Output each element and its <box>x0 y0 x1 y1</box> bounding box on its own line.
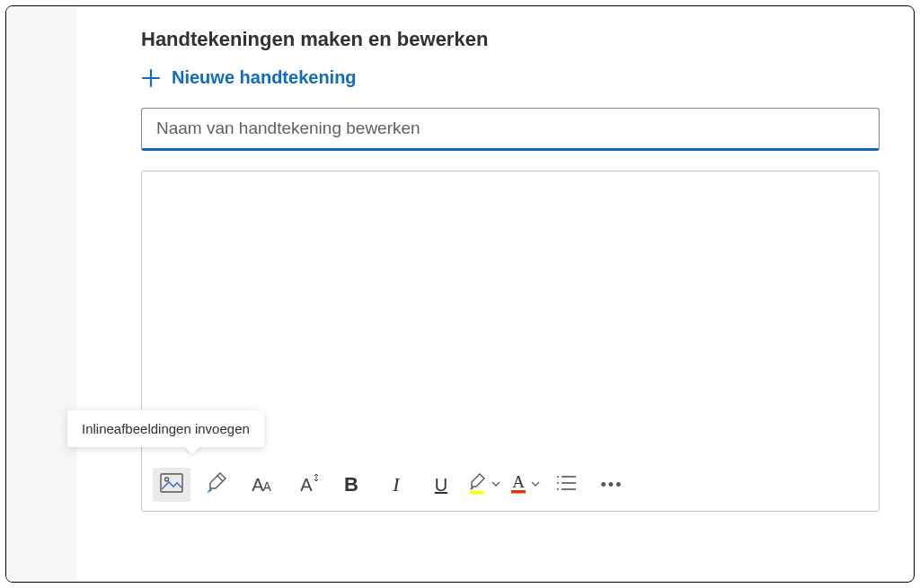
underline-icon: U <box>435 475 447 496</box>
italic-button[interactable]: I <box>377 468 415 502</box>
more-icon: ••• <box>601 476 624 495</box>
tooltip-text: Inlineafbeeldingen invoegen <box>82 421 250 436</box>
signature-editor[interactable]: AA A B I <box>141 171 880 512</box>
font-face-button[interactable]: AA <box>243 468 280 502</box>
page-title: Handtekeningen maken en bewerken <box>141 28 896 51</box>
italic-icon: I <box>393 473 399 496</box>
font-color-button[interactable]: A <box>509 471 541 498</box>
new-signature-button[interactable]: Nieuwe handtekening <box>141 67 896 88</box>
underline-button[interactable]: U <box>422 468 460 502</box>
bullets-button[interactable] <box>548 468 586 502</box>
font-size-button[interactable]: A <box>288 468 325 502</box>
insert-image-tooltip: Inlineafbeeldingen invoegen <box>67 410 264 447</box>
list-icon <box>556 474 578 496</box>
bold-icon: B <box>344 473 358 496</box>
chevron-down-icon <box>491 477 501 493</box>
left-gutter <box>6 6 76 582</box>
paintbrush-icon <box>205 471 228 498</box>
insert-image-button[interactable] <box>153 468 190 502</box>
highlight-icon <box>467 471 489 498</box>
image-icon <box>160 473 183 496</box>
more-options-button[interactable]: ••• <box>593 468 631 502</box>
svg-rect-2 <box>470 491 484 495</box>
svg-text:A: A <box>512 472 525 491</box>
font-size-icon: A <box>300 475 312 496</box>
bold-button[interactable]: B <box>332 468 370 502</box>
formatting-toolbar: AA A B I <box>142 459 879 511</box>
svg-rect-0 <box>161 474 182 492</box>
font-face-icon: AA <box>252 475 271 496</box>
chevron-down-icon <box>530 477 541 493</box>
plus-icon <box>141 68 161 88</box>
svg-point-1 <box>165 478 169 481</box>
signature-name-input[interactable] <box>141 108 880 151</box>
svg-rect-4 <box>511 490 526 494</box>
highlight-color-button[interactable] <box>467 471 501 498</box>
format-painter-button[interactable] <box>198 468 235 502</box>
font-color-icon: A <box>509 471 528 498</box>
new-signature-label: Nieuwe handtekening <box>172 67 357 88</box>
